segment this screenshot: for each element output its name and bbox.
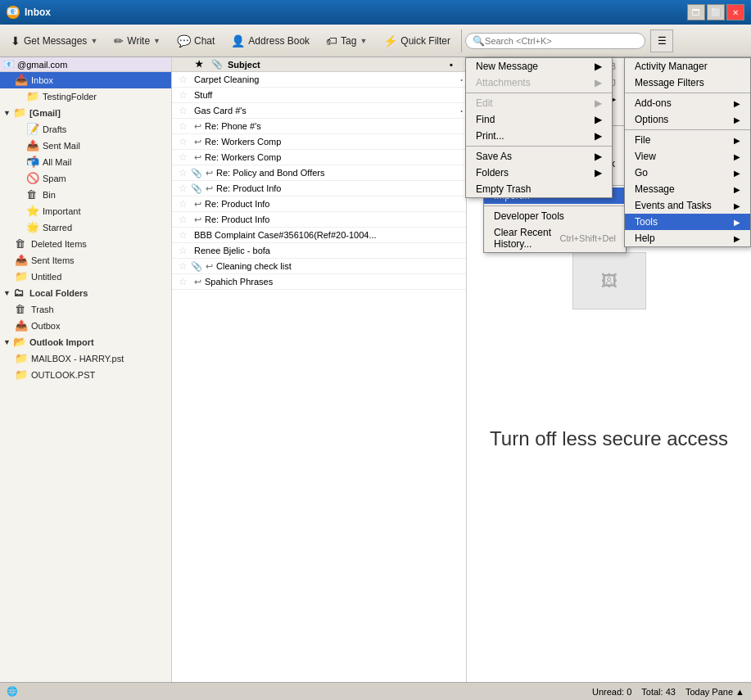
address-book-button[interactable]: 👤 Address Book (224, 30, 317, 52)
star-icon[interactable]: ☆ (179, 183, 188, 194)
right-events-tasks[interactable]: Events and Tasks ▶ (625, 197, 750, 214)
email-subject: Spahich Phrases (205, 277, 459, 287)
search-box[interactable]: 🔍 (465, 33, 645, 49)
header-read: • (450, 60, 463, 70)
folder-local-folders-label: Local Folders (29, 288, 88, 298)
menu-save-as[interactable]: Save As ▶ (466, 148, 612, 165)
table-row[interactable]: ☆ ↩ Re: Workers Comp (172, 150, 466, 165)
star-icon[interactable]: ☆ (179, 120, 188, 132)
right-message-filters[interactable]: Message Filters (625, 75, 750, 91)
right-go[interactable]: Go ▶ (625, 165, 750, 181)
unread-label: Unread: (592, 687, 624, 697)
add-ons-arrow: ▶ (734, 99, 740, 108)
get-messages-button[interactable]: ⬇ Get Messages ▼ (3, 30, 105, 52)
star-icon[interactable]: ☆ (179, 245, 188, 256)
menu-folders[interactable]: Folders ▶ (466, 165, 612, 181)
folder-outlook-import[interactable]: ▼ 📂 Outlook Import (0, 334, 171, 350)
search-input[interactable] (485, 36, 638, 46)
menu-find[interactable]: Find ▶ (466, 111, 612, 128)
folder-starred[interactable]: 🌟 Starred (0, 219, 171, 236)
star-icon[interactable]: ☆ (179, 214, 188, 225)
close-button[interactable]: ✕ (726, 4, 744, 20)
file-label: File (635, 134, 650, 146)
quick-filter-button[interactable]: ⚡ Quick Filter (376, 30, 458, 52)
maximize-button[interactable]: ⬜ (707, 4, 725, 20)
folder-inbox[interactable]: 📥 Inbox (0, 72, 171, 88)
right-options[interactable]: Options ▶ (625, 111, 750, 128)
email-subject: Re: Workers Comp (205, 152, 459, 162)
right-activity-manager[interactable]: Activity Manager (625, 58, 750, 75)
table-row[interactable]: ☆ Gas Card #'s • (172, 103, 466, 119)
right-add-ons[interactable]: Add-ons ▶ (625, 95, 750, 111)
folder-sent-items-label: Sent Items (31, 255, 75, 265)
chat-button[interactable]: 💬 Chat (170, 30, 222, 52)
tools-sep-3 (484, 205, 626, 206)
title-bar-left: 📧 Inbox (7, 6, 51, 19)
right-file[interactable]: File ▶ (625, 132, 750, 148)
table-row[interactable]: ☆ ↩ Re: Product Info (172, 196, 466, 212)
tools-dev-tools[interactable]: Developer Tools (484, 208, 626, 224)
star-icon[interactable]: ☆ (179, 198, 188, 210)
menu-empty-trash[interactable]: Empty Trash (466, 181, 612, 197)
star-icon[interactable]: ☆ (179, 105, 188, 116)
table-row[interactable]: ☆ ↩ Spahich Phrases (172, 274, 466, 290)
folder-trash[interactable]: 🗑 Trash (0, 301, 171, 318)
folder-outbox-label: Outbox (31, 321, 60, 331)
folder-drafts[interactable]: 📝 Drafts (0, 121, 171, 138)
folder-spam[interactable]: 🚫 Spam (0, 170, 171, 187)
right-message[interactable]: Message ▶ (625, 181, 750, 197)
table-row[interactable]: ☆ ↩ Re: Workers Comp (172, 134, 466, 150)
folder-testing[interactable]: 📁 TestingFolder (0, 88, 171, 105)
right-sep-2 (625, 129, 750, 130)
star-icon[interactable]: ☆ (179, 229, 188, 241)
table-row[interactable]: ☆ Renee Bjelic - bofa (172, 243, 466, 259)
tag-button[interactable]: 🏷 Tag ▼ (319, 30, 374, 52)
menu-new-message[interactable]: New Message ▶ (466, 58, 612, 75)
minimize-button[interactable]: 🗖 (687, 4, 705, 20)
folder-outlook-pst[interactable]: 📁 OUTLOOK.PST (0, 367, 171, 383)
save-as-label: Save As (476, 151, 512, 162)
star-icon[interactable]: ☆ (179, 89, 188, 101)
menu-button[interactable]: ☰ (650, 29, 673, 52)
folder-mailbox-harry[interactable]: 📁 MAILBOX - HARRY.pst (0, 350, 171, 367)
tools-clear-history[interactable]: Clear Recent History... Ctrl+Shift+Del (484, 224, 626, 252)
right-help[interactable]: Help ▶ (625, 230, 750, 246)
right-tools[interactable]: Tools ▶ (625, 214, 750, 230)
status-left: 🌐 (7, 686, 18, 697)
table-row[interactable]: ☆ Carpet Cleaning • (172, 72, 466, 88)
table-row[interactable]: ☆ 📎 ↩ Re: Product Info (172, 181, 466, 196)
write-button[interactable]: ✏ Write ▼ (106, 30, 168, 52)
star-icon[interactable]: ☆ (179, 136, 188, 147)
folder-sent-items[interactable]: 📤 Sent Items (0, 252, 171, 269)
folder-local-folders[interactable]: ▼ 🗂 Local Folders (0, 285, 171, 301)
folder-inbox-label: Inbox (31, 75, 53, 85)
menu-print[interactable]: Print... ▶ (466, 128, 612, 144)
folder-outbox[interactable]: 📤 Outbox (0, 318, 171, 334)
today-pane-button[interactable]: Today Pane ▲ (685, 687, 744, 697)
table-row[interactable]: ☆ BBB Complaint Case#356106(Ref#20-1004.… (172, 228, 466, 243)
menu-attachments[interactable]: Attachments ▶ (466, 75, 612, 91)
right-view[interactable]: View ▶ (625, 148, 750, 165)
folder-gmail-header[interactable]: ▼ 📁 [Gmail] (0, 105, 171, 121)
table-row[interactable]: ☆ Stuff (172, 88, 466, 103)
table-row[interactable]: ☆ ↩ Re: Product Info (172, 212, 466, 228)
gmail-icon: 📁 (13, 106, 26, 120)
folder-sent-mail[interactable]: 📤 Sent Mail (0, 138, 171, 154)
folder-all-mail[interactable]: 📬 All Mail (0, 154, 171, 170)
star-icon[interactable]: ☆ (179, 260, 188, 272)
folder-deleted-items[interactable]: 🗑 Deleted Items (0, 236, 171, 252)
options-arrow: ▶ (734, 115, 740, 124)
star-icon[interactable]: ☆ (179, 276, 188, 287)
quick-filter-label: Quick Filter (400, 35, 450, 47)
folder-deleted-items-label: Deleted Items (31, 239, 87, 249)
star-icon[interactable]: ☆ (179, 167, 188, 178)
folder-important[interactable]: ⭐ Important (0, 203, 171, 219)
table-row[interactable]: ☆ ↩ Re: Phone #'s (172, 119, 466, 134)
star-icon[interactable]: ☆ (179, 74, 188, 85)
folder-untitled[interactable]: 📁 Untitled (0, 269, 171, 285)
folder-bin[interactable]: 🗑 Bin (0, 187, 171, 203)
table-row[interactable]: ☆ 📎 ↩ Cleaning check list (172, 259, 466, 274)
table-row[interactable]: ☆ 📎 ↩ Re: Policy and Bond Offers (172, 165, 466, 181)
star-icon[interactable]: ☆ (179, 151, 188, 163)
menu-edit[interactable]: Edit ▶ (466, 95, 612, 111)
